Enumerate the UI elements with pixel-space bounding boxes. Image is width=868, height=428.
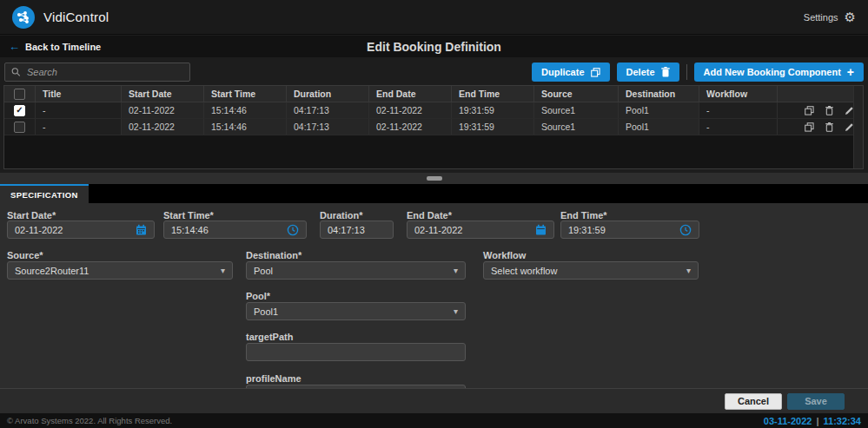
row-cell-start-time: 15:14:46 bbox=[204, 119, 287, 135]
table-scrollbar[interactable] bbox=[853, 86, 863, 168]
duplicate-button[interactable]: Duplicate bbox=[532, 63, 610, 82]
start-time-field[interactable] bbox=[163, 221, 307, 239]
clock-icon[interactable] bbox=[287, 224, 299, 236]
calendar-icon[interactable] bbox=[535, 224, 547, 235]
column-header-actions bbox=[778, 86, 863, 102]
destination-label: Destination* bbox=[246, 250, 301, 260]
table-body: ✓-02-11-202215:14:4604:17:1302-11-202219… bbox=[4, 102, 863, 135]
chevron-down-icon: ▾ bbox=[454, 266, 458, 275]
duration-input[interactable] bbox=[328, 225, 386, 235]
target-path-input[interactable] bbox=[254, 347, 458, 358]
column-header-end-date[interactable]: End Date bbox=[369, 86, 452, 102]
footer-time: 11:32:34 bbox=[824, 416, 861, 426]
settings-menu[interactable]: Settings ⚙ bbox=[804, 10, 856, 23]
workflow-value: Select workflow bbox=[491, 266, 557, 276]
row-cell-start-date: 02-11-2022 bbox=[122, 119, 204, 135]
row-checkbox-cell: ✓ bbox=[4, 102, 36, 118]
back-label: Back to Timeline bbox=[25, 42, 101, 52]
search-box[interactable] bbox=[4, 63, 190, 82]
row-cell-title: - bbox=[36, 119, 122, 135]
chevron-down-icon: ▾ bbox=[221, 266, 225, 275]
row-cell-end-date: 02-11-2022 bbox=[369, 102, 452, 118]
workflow-label: Workflow bbox=[483, 250, 526, 260]
start-time-input[interactable] bbox=[171, 225, 287, 235]
gear-icon[interactable]: ⚙ bbox=[845, 10, 856, 23]
row-copy-icon[interactable] bbox=[805, 106, 814, 115]
tab-specification[interactable]: SPECIFICATION bbox=[0, 184, 89, 203]
toolbar-divider bbox=[686, 64, 687, 80]
calendar-icon[interactable] bbox=[136, 224, 147, 235]
vidicontrol-logo-icon bbox=[12, 6, 35, 29]
row-checkbox[interactable] bbox=[14, 122, 25, 133]
cancel-button[interactable]: Cancel bbox=[725, 393, 782, 410]
clock-icon[interactable] bbox=[679, 224, 692, 236]
column-header-destination[interactable]: Destination bbox=[619, 86, 699, 102]
back-to-timeline-link[interactable]: ← Back to Timeline bbox=[0, 41, 101, 52]
column-header-duration[interactable]: Duration bbox=[287, 86, 369, 102]
table-row[interactable]: ✓-02-11-202215:14:4604:17:1302-11-202219… bbox=[4, 102, 863, 119]
row-cell-destination: Pool1 bbox=[619, 102, 699, 118]
select-all-cell bbox=[4, 86, 36, 102]
source-dropdown[interactable]: Source2Router11 ▾ bbox=[7, 261, 233, 280]
row-cell-start-date: 02-11-2022 bbox=[122, 102, 204, 118]
form-action-bar: Cancel Save bbox=[0, 388, 868, 413]
brand-name: VidiControl bbox=[43, 10, 109, 24]
row-actions-cell bbox=[778, 102, 863, 118]
start-date-label: Start Date* bbox=[7, 210, 56, 221]
row-cell-start-time: 15:14:46 bbox=[204, 102, 287, 118]
column-header-workflow[interactable]: Workflow bbox=[699, 86, 778, 102]
specification-form: Start Date* Start Time* bbox=[0, 203, 868, 388]
end-date-input[interactable] bbox=[414, 225, 535, 235]
add-new-booking-component-button[interactable]: Add New Booking Component + bbox=[694, 63, 864, 82]
row-cell-end-date: 02-11-2022 bbox=[369, 119, 452, 135]
delete-button[interactable]: Delete bbox=[617, 63, 679, 82]
pool-dropdown[interactable]: Pool1 ▾ bbox=[246, 302, 466, 320]
top-bar: VidiControl Settings ⚙ bbox=[0, 0, 868, 35]
column-header-source[interactable]: Source bbox=[534, 86, 619, 102]
start-date-field[interactable] bbox=[7, 221, 155, 239]
row-checkbox[interactable]: ✓ bbox=[14, 105, 25, 116]
footer-separator: | bbox=[816, 416, 818, 426]
save-button[interactable]: Save bbox=[787, 393, 845, 410]
end-time-input[interactable] bbox=[568, 225, 679, 235]
target-path-field[interactable] bbox=[246, 343, 466, 361]
row-cell-end-time: 19:31:59 bbox=[452, 102, 534, 118]
column-header-title[interactable]: Title bbox=[36, 86, 122, 102]
destination-value: Pool bbox=[254, 266, 273, 276]
copy-icon bbox=[591, 68, 600, 77]
select-all-checkbox[interactable] bbox=[14, 89, 25, 100]
end-time-label: End Time* bbox=[560, 210, 607, 221]
destination-dropdown[interactable]: Pool ▾ bbox=[246, 261, 466, 280]
row-copy-icon[interactable] bbox=[805, 122, 814, 132]
row-cell-source: Source1 bbox=[534, 102, 619, 118]
plus-icon: + bbox=[847, 66, 854, 78]
row-actions-cell bbox=[778, 119, 863, 135]
search-icon bbox=[11, 67, 21, 77]
table-row[interactable]: -02-11-202215:14:4604:17:1302-11-202219:… bbox=[4, 119, 863, 135]
row-checkbox-cell bbox=[4, 119, 36, 135]
booking-components-table: TitleStart DateStart TimeDurationEnd Dat… bbox=[3, 85, 864, 169]
column-header-start-date[interactable]: Start Date bbox=[122, 86, 204, 102]
end-date-label: End Date* bbox=[407, 210, 452, 221]
profile-name-label: profileName bbox=[246, 373, 301, 384]
row-cell-source: Source1 bbox=[534, 119, 619, 135]
settings-label[interactable]: Settings bbox=[804, 12, 838, 23]
start-date-input[interactable] bbox=[15, 225, 136, 235]
column-header-start-time[interactable]: Start Time bbox=[204, 86, 287, 102]
splitter-drag-handle[interactable] bbox=[427, 176, 442, 181]
end-date-field[interactable] bbox=[407, 221, 554, 239]
copyright-text: © Arvato Systems 2022. All Rights Reserv… bbox=[7, 416, 172, 425]
footer: © Arvato Systems 2022. All Rights Reserv… bbox=[0, 413, 868, 428]
footer-datetime: 03-11-2022 | 11:32:34 bbox=[764, 416, 861, 426]
row-delete-icon[interactable] bbox=[825, 122, 834, 132]
duration-field[interactable] bbox=[320, 221, 394, 239]
add-label: Add New Booking Component bbox=[704, 67, 841, 77]
workflow-dropdown[interactable]: Select workflow ▾ bbox=[483, 261, 699, 280]
row-cell-workflow: - bbox=[699, 119, 778, 135]
column-header-end-time[interactable]: End Time bbox=[452, 86, 534, 102]
search-input[interactable] bbox=[27, 67, 183, 77]
row-cell-workflow: - bbox=[699, 102, 778, 118]
end-time-field[interactable] bbox=[560, 221, 699, 239]
row-delete-icon[interactable] bbox=[825, 106, 834, 115]
page-title: Edit Booking Definition bbox=[0, 40, 868, 54]
